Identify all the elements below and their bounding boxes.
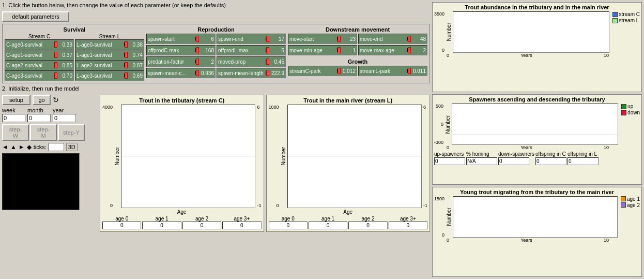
legend-label-stream-L: stream L bbox=[619, 18, 639, 23]
slider-track-spawn-mean-length[interactable] bbox=[266, 71, 267, 75]
trib-age-value-1[interactable] bbox=[142, 222, 181, 229]
slider-track-streamL-park[interactable] bbox=[407, 69, 408, 73]
trib-age-value-2[interactable] bbox=[182, 222, 221, 229]
slider-track-L-age1-survival[interactable] bbox=[124, 53, 125, 57]
slider-track-offprodL-max[interactable] bbox=[266, 48, 267, 52]
slider-spawn-end[interactable]: spawn-end17 bbox=[217, 34, 286, 44]
trib-age-value-0[interactable] bbox=[102, 222, 141, 229]
left-arrow-icon[interactable]: ◄ bbox=[2, 143, 8, 151]
slider-C-age2-survival[interactable]: C-age2-survival0.85 bbox=[5, 60, 74, 70]
legend-label-up: up bbox=[627, 104, 633, 109]
trib-age-label-0: age 0 bbox=[102, 216, 141, 222]
slider-track-C-age0-survival[interactable] bbox=[54, 42, 55, 47]
slider-label-spawn-start: spawn-start bbox=[148, 36, 194, 42]
slider-track-spawn-mean-c...[interactable] bbox=[195, 71, 196, 75]
slider-track-spawn-end[interactable] bbox=[266, 37, 267, 41]
spawner-field-value-0[interactable] bbox=[434, 157, 465, 165]
trib-age-col-2: age 2 bbox=[182, 216, 221, 229]
slider-value-spawn-start: 6 bbox=[197, 36, 214, 42]
slider-track-L-age0-survival[interactable] bbox=[124, 42, 125, 47]
legend-item-age-1: age 1 bbox=[621, 196, 640, 202]
ticks-input[interactable] bbox=[49, 143, 64, 151]
spawner-field-value-4[interactable] bbox=[568, 157, 599, 165]
river-age-value-2[interactable] bbox=[348, 222, 387, 229]
go-button[interactable]: go bbox=[33, 95, 51, 105]
slider-L-age3-survival[interactable]: L-age3-survival0.69 bbox=[75, 70, 144, 81]
spawner-field-value-3[interactable] bbox=[535, 157, 566, 165]
slider-track-move-min-age[interactable] bbox=[337, 48, 338, 52]
slider-moved-prop[interactable]: moved-prop0.45 bbox=[217, 56, 286, 67]
step-m-button[interactable]: step-M bbox=[30, 124, 57, 141]
slider-C-age1-survival[interactable]: C-age1-survival0.37 bbox=[5, 50, 74, 60]
slider-offprodL-max[interactable]: offprodL-max5 bbox=[217, 45, 286, 55]
week-input[interactable] bbox=[2, 114, 25, 122]
slider-move-max-age[interactable]: move-max-age2 bbox=[358, 45, 427, 55]
slider-offprodC-max[interactable]: offprodC-max168 bbox=[146, 45, 216, 55]
month-input[interactable] bbox=[27, 114, 51, 122]
slider-value-C-age3-survival: 0.70 bbox=[56, 73, 72, 79]
right-arrow-icon[interactable]: ► bbox=[19, 143, 25, 151]
slider-track-C-age2-survival[interactable] bbox=[54, 63, 55, 67]
slider-track-C-age3-survival[interactable] bbox=[54, 74, 55, 78]
spawner-field-value-2[interactable] bbox=[498, 157, 529, 165]
up-arrow-icon[interactable]: ▲ bbox=[10, 143, 17, 151]
step-w-button[interactable]: step-W bbox=[2, 124, 29, 141]
slider-label-C-age1-survival: C-age1-survival bbox=[6, 52, 53, 58]
slider-track-L-age2-survival[interactable] bbox=[124, 63, 125, 67]
river-y-label: Number bbox=[281, 147, 286, 166]
young-y-max: 1500 bbox=[434, 196, 444, 201]
spawners-y-mid: 0 bbox=[441, 122, 443, 127]
slider-value-C-age2-survival: 0.85 bbox=[56, 63, 72, 68]
slider-track-move-max-age[interactable] bbox=[407, 48, 408, 52]
setup-button[interactable]: setup bbox=[2, 95, 30, 105]
river-age-value-0[interactable] bbox=[269, 222, 308, 229]
young-y-label: Number bbox=[446, 208, 452, 226]
slider-streamL-park[interactable]: streamL-park0.011 bbox=[358, 66, 427, 76]
slider-track-offprodC-max[interactable] bbox=[195, 48, 196, 52]
young-y-min: 0 bbox=[442, 232, 444, 238]
slider-thumb-move-max-age bbox=[408, 47, 411, 53]
slider-track-move-start[interactable] bbox=[337, 37, 338, 41]
legend-color-down bbox=[621, 110, 626, 115]
3d-button[interactable]: 3D bbox=[66, 143, 78, 151]
slider-move-start[interactable]: move-start23 bbox=[288, 34, 357, 44]
slider-label-moved-prop: moved-prop bbox=[218, 59, 265, 65]
slider-L-age0-survival[interactable]: L-age0-survival0.38 bbox=[75, 39, 144, 50]
slider-L-age1-survival[interactable]: L-age1-survival0.74 bbox=[75, 50, 144, 60]
trib-age-value-3[interactable] bbox=[222, 222, 261, 229]
slider-C-age0-survival[interactable]: C-age0-survival0.39 bbox=[5, 39, 74, 50]
default-params-button[interactable]: default parameters bbox=[2, 11, 69, 22]
slider-L-age2-survival[interactable]: L-age2-survival0.87 bbox=[75, 60, 144, 70]
slider-track-move-end[interactable] bbox=[407, 37, 408, 41]
slider-thumb-streamC-park bbox=[338, 68, 341, 74]
slider-move-min-age[interactable]: move-min-age1 bbox=[288, 45, 357, 55]
slider-predation-factor[interactable]: predation-factor2 bbox=[146, 56, 216, 67]
slider-track-L-age3-survival[interactable] bbox=[124, 74, 125, 78]
slider-track-streamC-park[interactable] bbox=[337, 69, 338, 73]
slider-spawn-start[interactable]: spawn-start6 bbox=[146, 34, 216, 44]
slider-move-end[interactable]: move-end48 bbox=[358, 34, 427, 44]
trib-y-label: Number bbox=[114, 147, 120, 166]
river-age-value-3[interactable] bbox=[389, 222, 427, 229]
legend-label-age-1: age 1 bbox=[627, 196, 640, 202]
slider-spawn-mean-length[interactable]: spawn-mean-length222.9 bbox=[217, 68, 286, 78]
refresh-icon[interactable]: ↻ bbox=[53, 96, 59, 104]
diamond-icon[interactable]: ◆ bbox=[27, 143, 32, 151]
slider-track-C-age1-survival[interactable] bbox=[54, 53, 55, 57]
slider-track-predation-factor[interactable] bbox=[195, 60, 196, 64]
trib-age-label-3: age 3+ bbox=[222, 216, 261, 222]
legend-color-stream-L bbox=[612, 18, 618, 23]
river-age-value-1[interactable] bbox=[309, 222, 347, 229]
year-input[interactable] bbox=[53, 114, 76, 122]
slider-spawn-mean-c...[interactable]: spawn-mean-c...0.936 bbox=[146, 68, 216, 78]
river-age-col-3: age 3+ bbox=[389, 216, 427, 229]
step-y-button[interactable]: step-Y bbox=[58, 124, 85, 141]
legend-item-stream-C: stream C bbox=[612, 11, 640, 17]
legend-color-age-2 bbox=[621, 202, 626, 208]
spawner-field-value-1[interactable] bbox=[466, 157, 497, 165]
slider-track-spawn-start[interactable] bbox=[195, 37, 196, 41]
slider-C-age3-survival[interactable]: C-age3-survival0.70 bbox=[5, 70, 74, 81]
slider-streamC-park[interactable]: streamC-park0.012 bbox=[288, 66, 357, 76]
slider-track-moved-prop[interactable] bbox=[266, 60, 267, 64]
slider-label-C-age3-survival: C-age3-survival bbox=[6, 73, 53, 79]
